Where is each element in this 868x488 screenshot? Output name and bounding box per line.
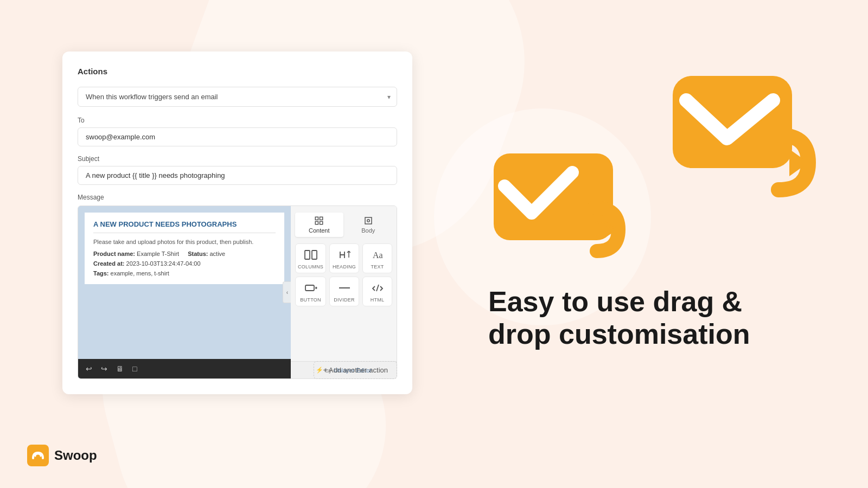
logo-area: Swoop bbox=[27, 445, 97, 466]
svg-point-4 bbox=[367, 220, 370, 222]
tags-label: Tags: bbox=[93, 270, 109, 277]
svg-rect-8 bbox=[305, 285, 314, 291]
tab-body-label: Body bbox=[361, 227, 375, 234]
product-name-item: Product name: Example T-Shirt bbox=[93, 251, 179, 257]
collapse-button[interactable]: ‹ bbox=[283, 281, 291, 303]
tags-row: Tags: example, mens, t-shirt bbox=[93, 270, 276, 277]
to-label: To bbox=[78, 117, 397, 124]
add-action-button[interactable]: + Add another action bbox=[314, 361, 397, 379]
svg-rect-1 bbox=[320, 217, 323, 220]
tool-heading-label: HEADING bbox=[333, 264, 356, 269]
created-item: Created at: 2023-10-03T13:24:47-04:00 bbox=[93, 260, 201, 267]
email-icon bbox=[488, 137, 640, 262]
html-icon bbox=[371, 282, 384, 295]
email-icon-area bbox=[662, 65, 825, 208]
to-input[interactable] bbox=[78, 127, 397, 146]
button-icon bbox=[304, 282, 317, 295]
unlayer-top: Content Body bbox=[291, 206, 397, 361]
email-icon-wrapper bbox=[488, 137, 640, 264]
actions-panel: Actions When this workflow triggers send… bbox=[62, 52, 412, 394]
mobile-view-button[interactable]: □ bbox=[130, 363, 139, 374]
content-icon bbox=[314, 216, 324, 226]
email-divider-line bbox=[93, 233, 276, 233]
subject-label: Subject bbox=[78, 155, 397, 163]
brand-name: Swoop bbox=[54, 448, 97, 463]
divider-icon bbox=[338, 282, 351, 295]
product-name-value: Example T-Shirt bbox=[137, 251, 179, 257]
tags-value: example, mens, t-shirt bbox=[111, 270, 169, 277]
tool-columns-label: COLUMNS bbox=[298, 264, 323, 269]
email-svg-icon bbox=[662, 65, 825, 206]
email-toolbar: ↩ ↪ 🖥 □ bbox=[78, 359, 291, 378]
body-icon bbox=[363, 216, 373, 226]
tab-body[interactable]: Body bbox=[344, 213, 393, 237]
text-icon: Aa bbox=[372, 249, 384, 262]
tab-content[interactable]: Content bbox=[295, 213, 343, 237]
tool-divider[interactable]: DIVIDER bbox=[329, 277, 359, 306]
email-header: A NEW PRODUCT NEEDS PHOTOGRAPHS bbox=[93, 220, 276, 228]
created-row: Created at: 2023-10-03T13:24:47-04:00 bbox=[93, 260, 276, 267]
tool-html[interactable]: HTML bbox=[362, 277, 392, 306]
tool-columns[interactable]: COLUMNS bbox=[295, 243, 326, 273]
redo-button[interactable]: ↪ bbox=[99, 363, 110, 374]
tool-button-label: BUTTON bbox=[300, 297, 321, 303]
logo-icon bbox=[27, 445, 49, 466]
product-name-row: Product name: Example T-Shirt Status: ac… bbox=[93, 251, 276, 257]
subject-input[interactable] bbox=[78, 166, 397, 185]
trigger-select[interactable]: When this workflow triggers send an emai… bbox=[78, 87, 397, 107]
columns-icon bbox=[304, 249, 317, 262]
panel-title: Actions bbox=[78, 67, 397, 76]
svg-rect-12 bbox=[673, 76, 792, 168]
tab-content-label: Content bbox=[309, 227, 330, 234]
unlayer-tabs: Content Body bbox=[295, 213, 392, 237]
unlayer-panel: Content Body bbox=[291, 206, 397, 378]
created-value: 2023-10-03T13:24:47-04:00 bbox=[126, 260, 201, 267]
tool-button[interactable]: BUTTON bbox=[295, 277, 326, 306]
product-name-label: Product name: bbox=[93, 251, 135, 257]
email-content: A NEW PRODUCT NEEDS PHOTOGRAPHS Please t… bbox=[85, 213, 284, 284]
created-label: Created at: bbox=[93, 260, 124, 267]
svg-rect-2 bbox=[320, 222, 323, 224]
tool-heading[interactable]: HEADING bbox=[329, 243, 359, 273]
email-body: Please take and upload photos for this p… bbox=[93, 239, 276, 245]
tool-html-label: HTML bbox=[371, 297, 385, 303]
tool-text[interactable]: Aa TEXT bbox=[362, 243, 392, 273]
status-label: Status: bbox=[188, 251, 208, 257]
svg-rect-0 bbox=[316, 217, 318, 220]
email-editor: A NEW PRODUCT NEEDS PHOTOGRAPHS Please t… bbox=[78, 206, 397, 379]
email-preview: A NEW PRODUCT NEEDS PHOTOGRAPHS Please t… bbox=[78, 206, 291, 378]
heading-icon bbox=[339, 249, 350, 262]
desktop-view-button[interactable]: 🖥 bbox=[114, 363, 126, 374]
status-item: Status: active bbox=[188, 251, 225, 257]
tool-divider-label: DIVIDER bbox=[334, 297, 355, 303]
status-value: active bbox=[209, 251, 225, 257]
svg-rect-5 bbox=[305, 251, 310, 259]
undo-button[interactable]: ↩ bbox=[84, 363, 94, 374]
message-label: Message bbox=[78, 194, 397, 201]
svg-rect-6 bbox=[312, 251, 317, 259]
tool-text-label: TEXT bbox=[371, 264, 384, 269]
svg-rect-3 bbox=[316, 222, 318, 224]
tools-grid: COLUMNS HEADING bbox=[295, 243, 392, 306]
trigger-select-wrapper: When this workflow triggers send an emai… bbox=[78, 87, 397, 107]
tagline: Easy to use drag & drop customisation bbox=[488, 286, 770, 351]
swoop-logo-icon bbox=[31, 448, 45, 463]
svg-text:Aa: Aa bbox=[373, 251, 383, 260]
